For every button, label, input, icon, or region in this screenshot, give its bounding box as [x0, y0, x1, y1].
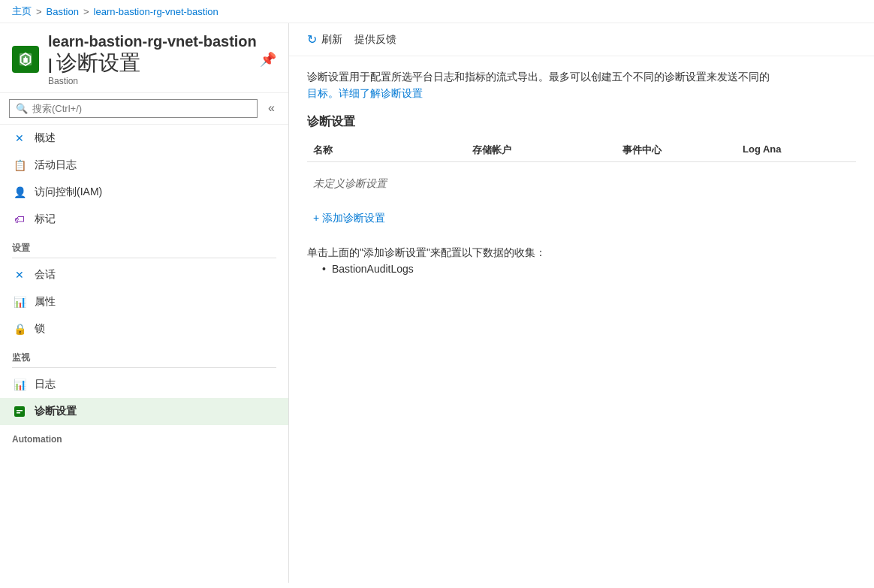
- refresh-icon: ↻: [307, 32, 317, 47]
- automation-section-label: Automation: [0, 425, 288, 448]
- nav-iam[interactable]: 👤 访问控制(IAM): [0, 179, 288, 206]
- search-icon: 🔍: [16, 103, 28, 114]
- breadcrumb-current[interactable]: learn-bastion-rg-vnet-bastion: [94, 6, 218, 17]
- nav-properties-label: 属性: [35, 295, 56, 309]
- diag-section-title: 诊断设置: [307, 114, 856, 130]
- resource-name: learn-bastion-rg-vnet-bastion: [48, 33, 257, 50]
- nav-tags-label: 标记: [35, 213, 56, 226]
- nav-sessions-label: 会话: [35, 268, 56, 282]
- logs-icon: 📊: [12, 377, 27, 392]
- search-bar: 🔍 «: [0, 93, 288, 125]
- nav-diag-settings-label: 诊断设置: [35, 405, 77, 418]
- col-header-name: 名称: [307, 143, 472, 157]
- diag-settings-icon: [12, 404, 27, 419]
- nav-iam-label: 访问控制(IAM): [35, 185, 102, 199]
- monitor-divider: [12, 367, 276, 368]
- nav-logs-label: 日志: [35, 378, 56, 391]
- col-header-event: 事件中心: [622, 143, 743, 157]
- refresh-button[interactable]: ↻ 刷新: [307, 29, 342, 50]
- collection-description: 单击上面的"添加诊断设置"来配置以下数据的收集：: [307, 246, 856, 260]
- resource-type: Bastion: [48, 76, 260, 86]
- pin-icon[interactable]: 📌: [260, 51, 276, 68]
- overview-icon: ✕: [12, 131, 27, 146]
- nav-logs[interactable]: 📊 日志: [0, 371, 288, 398]
- resource-header: learn-bastion-rg-vnet-bastion | 诊断设置 Bas…: [0, 23, 288, 93]
- nav-sessions[interactable]: ✕ 会话: [0, 261, 288, 288]
- collection-item-label: BastionAuditLogs: [332, 263, 414, 275]
- col-header-storage: 存储帐户: [472, 143, 622, 157]
- table-header: 名称 存储帐户 事件中心 Log Ana: [307, 139, 856, 162]
- nav-overview-label: 概述: [35, 131, 56, 145]
- svg-rect-5: [17, 412, 20, 414]
- breadcrumb-sep-1: >: [36, 6, 42, 17]
- col-header-log: Log Ana: [743, 143, 856, 157]
- tags-icon: 🏷: [12, 212, 27, 227]
- nav-diag-settings[interactable]: 诊断设置: [0, 398, 288, 425]
- nav-tags[interactable]: 🏷 标记: [0, 206, 288, 233]
- settings-divider: [12, 258, 276, 258]
- feedback-label: 提供反馈: [354, 33, 396, 47]
- collection-item: • BastionAuditLogs: [307, 260, 856, 278]
- collection-section: 单击上面的"添加诊断设置"来配置以下数据的收集： • BastionAuditL…: [307, 246, 856, 278]
- description-link[interactable]: 目标。详细了解诊断设置: [307, 87, 423, 99]
- lock-icon: 🔒: [12, 321, 27, 336]
- nav-lock[interactable]: 🔒 锁: [0, 315, 288, 342]
- svg-rect-3: [14, 406, 25, 417]
- svg-rect-1: [23, 58, 28, 62]
- bastion-icon: [17, 51, 34, 68]
- nav-properties[interactable]: 📊 属性: [0, 288, 288, 315]
- breadcrumb-home[interactable]: 主页: [12, 5, 32, 18]
- description-text-part1: 诊断设置用于配置所选平台日志和指标的流式导出。最多可以创建五个不同的诊断设置来发…: [307, 71, 770, 83]
- search-input[interactable]: [32, 103, 251, 114]
- svg-rect-2: [25, 56, 26, 59]
- sessions-icon: ✕: [12, 267, 27, 282]
- content-area: 诊断设置用于配置所选平台日志和指标的流式导出。最多可以创建五个不同的诊断设置来发…: [289, 56, 874, 290]
- nav-activity-log-label: 活动日志: [35, 158, 77, 172]
- sidebar: learn-bastion-rg-vnet-bastion | 诊断设置 Bas…: [0, 23, 289, 583]
- svg-rect-4: [17, 410, 23, 412]
- refresh-label: 刷新: [321, 33, 342, 47]
- search-input-wrap[interactable]: 🔍: [9, 99, 258, 118]
- nav-lock-label: 锁: [35, 322, 45, 336]
- activity-log-icon: 📋: [12, 158, 27, 173]
- description: 诊断设置用于配置所选平台日志和指标的流式导出。最多可以创建五个不同的诊断设置来发…: [307, 68, 848, 102]
- nav-activity-log[interactable]: 📋 活动日志: [0, 152, 288, 179]
- resource-title-block: learn-bastion-rg-vnet-bastion | 诊断设置 Bas…: [48, 32, 260, 86]
- main-content: ↻ 刷新 提供反馈 诊断设置用于配置所选平台日志和指标的流式导出。最多可以创建五…: [289, 23, 874, 583]
- breadcrumb-bastion[interactable]: Bastion: [47, 6, 79, 17]
- monitor-section-label: 监视: [0, 342, 288, 367]
- resource-separator: |: [48, 56, 56, 73]
- collection-bullet: •: [322, 263, 326, 275]
- add-diag-link[interactable]: + 添加诊断设置: [307, 206, 856, 231]
- settings-section-label: 设置: [0, 233, 288, 258]
- iam-icon: 👤: [12, 185, 27, 200]
- properties-icon: 📊: [12, 294, 27, 309]
- nav-overview[interactable]: ✕ 概述: [0, 125, 288, 152]
- empty-message: 未定义诊断设置: [307, 162, 856, 206]
- breadcrumb: 主页 > Bastion > learn-bastion-rg-vnet-bas…: [0, 0, 874, 23]
- collapse-button[interactable]: «: [264, 100, 279, 116]
- toolbar: ↻ 刷新 提供反馈: [289, 23, 874, 56]
- resource-icon: [12, 46, 39, 73]
- resource-page-title: 诊断设置: [56, 51, 140, 74]
- breadcrumb-sep-2: >: [83, 6, 89, 17]
- feedback-button[interactable]: 提供反馈: [354, 30, 396, 50]
